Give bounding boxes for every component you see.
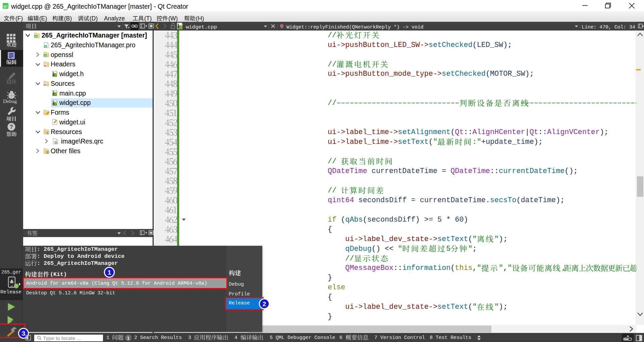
svg-text:3: 3 — [22, 330, 25, 337]
svg-text:1: 1 — [127, 336, 129, 341]
svg-text:h: h — [44, 64, 46, 67]
svg-text:QC: QC — [3, 5, 8, 8]
svg-text:1: 1 — [108, 269, 111, 276]
svg-text:Qt: Qt — [44, 55, 47, 57]
svg-text:?: ? — [10, 124, 13, 130]
svg-text:2: 2 — [263, 300, 266, 307]
svg-text:Qt: Qt — [45, 45, 47, 47]
svg-text:Qt: Qt — [35, 35, 37, 38]
svg-text:C+: C+ — [44, 83, 47, 87]
